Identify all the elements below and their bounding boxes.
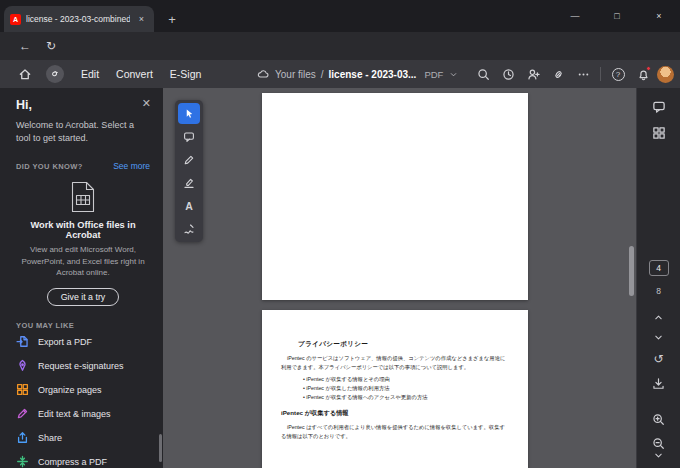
suggestion-share[interactable]: Share [16, 426, 150, 450]
see-more-link[interactable]: See more [113, 161, 150, 171]
notifications-bell-icon[interactable] [632, 63, 654, 85]
privacy-bullet-list: iPentec が収集する情報とその理由 iPentec が収集した情報の利用方… [281, 375, 508, 402]
browser-titlebar: A license - 2023-03-combined.pdf × + — □… [0, 0, 680, 32]
pdf-page-2: プライバシーポリシー iPentec のサービスはソフトウェア、情報の提供、コン… [262, 310, 528, 468]
panel-welcome-text: Welcome to Acrobat. Select a tool to get… [16, 119, 142, 145]
promo-title: Work with Office files in Acrobat [16, 220, 150, 240]
notification-badge [646, 66, 651, 71]
document-viewer: プライバシーポリシー iPentec のサービスはソフトウェア、情報の提供、コン… [163, 88, 636, 468]
bullet-item: iPentec が収集した情報の利用方法 [303, 384, 508, 393]
comment-tool[interactable] [178, 126, 200, 147]
select-tool[interactable] [178, 103, 200, 124]
menu-edit[interactable]: Edit [81, 68, 99, 80]
minimize-button[interactable]: — [554, 0, 596, 32]
privacy-policy-title: プライバシーポリシー [298, 340, 508, 349]
acrobat-header-actions: ? [472, 60, 674, 88]
privacy-intro-paragraph: iPentec のサービスはソフトウェア、情報の提供、コンテンツの作成などさまざ… [281, 354, 508, 371]
zoom-in-icon[interactable] [648, 408, 670, 430]
account-avatar[interactable] [657, 66, 674, 83]
back-button[interactable]: ← [14, 35, 36, 57]
chevron-down-icon[interactable] [449, 70, 458, 79]
menu-convert[interactable]: Convert [116, 68, 153, 80]
get-link-icon[interactable] [547, 63, 569, 85]
previous-page-chevron-up-icon[interactable] [648, 306, 670, 328]
draw-tool[interactable] [178, 149, 200, 170]
bullet-item: iPentec が収集する情報へのアクセスや更新の方法 [303, 393, 508, 402]
menu-esign[interactable]: E-Sign [170, 68, 202, 80]
right-rail: 4 8 ↺ [636, 88, 680, 468]
give-it-a-try-button[interactable]: Give it a try [47, 288, 119, 306]
panel-scrollbar[interactable] [159, 434, 162, 462]
suggestion-organize-pages[interactable]: Organize pages [16, 378, 150, 402]
tab-close-icon[interactable]: × [135, 13, 148, 26]
suggestion-edit-text-images[interactable]: Edit text & images [16, 402, 150, 426]
search-icon[interactable] [472, 63, 494, 85]
close-window-button[interactable]: × [638, 0, 680, 32]
you-may-like-label: YOU MAY LIKE [16, 321, 150, 330]
rotate-page-icon[interactable]: ↺ [648, 348, 670, 370]
new-tab-button[interactable]: + [162, 9, 182, 29]
page-thumbnails-icon[interactable] [648, 122, 670, 144]
browser-tab[interactable]: A license - 2023-03-combined.pdf × [4, 6, 154, 32]
history-icon[interactable] [497, 63, 519, 85]
breadcrumb: Your files / license - 2023-03... PDF [256, 60, 458, 88]
refresh-button[interactable]: ↻ [40, 35, 62, 57]
total-pages-label: 8 [656, 286, 661, 296]
office-files-icon [16, 181, 150, 213]
bullet-item: iPentec が収集する情報とその理由 [303, 375, 508, 384]
suggestion-request-esignatures[interactable]: Request e-signatures [16, 354, 150, 378]
breadcrumb-your-files[interactable]: Your files [275, 69, 316, 80]
tab-title: license - 2023-03-combined.pdf [26, 14, 130, 24]
browser-toolbar: ← ↻ https://acrobat.adobe.com/link/file/… [0, 32, 680, 60]
breadcrumb-filename: license - 2023-03... [329, 69, 417, 80]
left-panel: Hi, Welcome to Acrobat. Select a tool to… [0, 88, 163, 468]
next-page-chevron-down-icon[interactable] [648, 326, 670, 348]
cloud-icon [256, 68, 270, 80]
promo-body: View and edit Microsoft Word, PowerPoint… [16, 244, 150, 279]
did-you-know-label: DID YOU KNOW? [16, 162, 83, 171]
acrobat-logo-icon[interactable] [46, 65, 64, 83]
highlight-tool[interactable] [178, 172, 200, 193]
suggestion-export-pdf[interactable]: Export a PDF [16, 330, 150, 354]
maximize-button[interactable]: □ [596, 0, 638, 32]
fill-sign-tool[interactable] [178, 218, 200, 239]
panel-greeting: Hi, [16, 98, 150, 112]
more-options-icon[interactable] [572, 63, 594, 85]
download-icon[interactable] [648, 372, 670, 394]
add-text-tool[interactable]: A [178, 195, 200, 216]
window-controls: — □ × [554, 0, 680, 32]
comments-panel-icon[interactable] [648, 96, 670, 118]
home-icon[interactable] [18, 67, 32, 81]
export-pdf-icon [16, 335, 29, 348]
compress-pdf-icon [16, 455, 29, 468]
close-panel-icon[interactable]: ✕ [142, 98, 151, 109]
help-icon[interactable]: ? [607, 63, 629, 85]
pdf-page-1 [262, 93, 528, 300]
esignature-icon [16, 359, 29, 372]
suggestion-compress-pdf[interactable]: Compress a PDF [16, 450, 150, 468]
document-scrollbar-thumb[interactable] [629, 246, 634, 296]
breadcrumb-filetype: PDF [424, 69, 443, 80]
rail-scroll-down-chevron-icon[interactable] [648, 444, 670, 466]
collected-info-heading: iPentec が収集する情報 [281, 409, 508, 418]
collected-info-paragraph: iPentec はすべての利用者により良い情報を提供するために情報を収集していま… [281, 423, 508, 440]
quick-tools-strip: A [175, 100, 203, 242]
current-page-input[interactable]: 4 [649, 260, 669, 276]
edit-pencil-icon [16, 407, 29, 420]
acrobat-favicon-icon: A [10, 14, 21, 25]
organize-pages-icon [16, 383, 29, 396]
share-icon [16, 431, 29, 444]
share-people-icon[interactable] [522, 63, 544, 85]
breadcrumb-separator: / [321, 69, 324, 80]
divider [600, 67, 601, 81]
office-promo-card: Work with Office files in Acrobat View a… [16, 181, 150, 306]
